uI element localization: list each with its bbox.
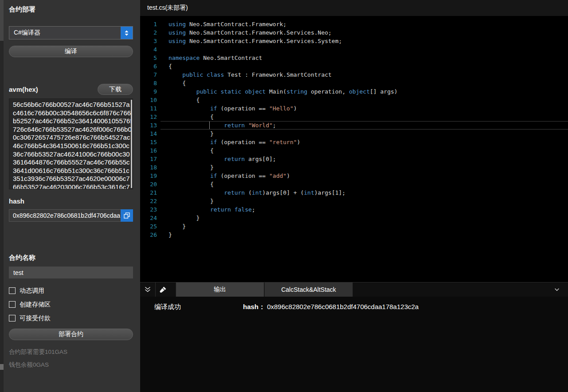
hash-input[interactable] <box>9 210 120 221</box>
line-number: 5 <box>140 54 157 62</box>
code-text: { <box>168 62 172 71</box>
checkbox-row[interactable]: 创建存储区 <box>9 298 133 311</box>
line-number: 19 <box>140 172 157 180</box>
code-line[interactable]: 22 } <box>140 197 568 205</box>
contract-name-input[interactable] <box>9 267 133 278</box>
checkbox[interactable] <box>9 301 16 308</box>
code-line[interactable]: 14 } <box>140 129 568 138</box>
editor-tabbar: test.cs(未部署) <box>140 0 568 16</box>
code-text: using Neo.SmartContract.Framework.Servic… <box>168 37 342 45</box>
code-text: } <box>168 163 214 172</box>
line-number: 9 <box>140 87 157 96</box>
sidebar-scrollbar-thumb[interactable] <box>0 0 4 41</box>
code-line[interactable]: 10 { <box>140 96 568 104</box>
contract-name-label: 合约名称 <box>9 254 133 262</box>
panel-tab[interactable]: CalcStack&AltStack <box>264 282 353 297</box>
download-button[interactable]: 下载 <box>98 84 133 95</box>
avm-row: avm(hex) 下载 <box>9 84 133 95</box>
code-text: return (int)args[0] + (int)args[1]; <box>168 188 345 197</box>
code-line[interactable]: 13 return "World"; <box>140 121 568 129</box>
code-editor[interactable]: 1using Neo.SmartContract.Framework;2usin… <box>140 16 568 282</box>
avm-hex-line: 351c3936c766b53527ac4620e00006c7 <box>13 175 128 183</box>
line-number: 10 <box>140 96 157 104</box>
dropdown-expand-icon[interactable] <box>121 27 133 39</box>
code-line[interactable]: 12 { <box>140 113 568 121</box>
panel-tabs: 输出CalcStack&AltStack <box>176 282 353 297</box>
line-number: 12 <box>140 113 157 121</box>
code-text: } <box>168 197 214 205</box>
sidebar: 合约部署 C#编译器 编译 avm(hex) 下载 56c56b6c766b00… <box>0 0 140 392</box>
code-text: return args[0]; <box>168 155 276 163</box>
code-line[interactable]: 23 return false; <box>140 205 568 214</box>
line-number: 6 <box>140 62 157 71</box>
code-line[interactable]: 3using Neo.SmartContract.Framework.Servi… <box>140 37 568 45</box>
avm-hex-content: 56c56b6c766b00527ac46c766b51527ac4616c76… <box>13 101 128 189</box>
line-number: 21 <box>140 188 157 197</box>
code-text: } <box>168 231 172 239</box>
compile-status: 编译成功 <box>154 303 181 311</box>
avm-hex-line: b52527ac46c766b52c36414006105576f <box>13 117 128 125</box>
line-number: 14 <box>140 129 157 138</box>
code-line[interactable]: 17 return args[0]; <box>140 155 568 163</box>
checkbox[interactable] <box>9 315 16 321</box>
code-text: } <box>168 214 200 222</box>
code-line[interactable]: 16 { <box>140 146 568 155</box>
code-line[interactable]: 4 <box>140 45 568 54</box>
code-text: public static object Main(string operati… <box>168 87 398 96</box>
code-line[interactable]: 7 public class Test : Framework.SmartCon… <box>140 71 568 79</box>
copy-icon <box>124 212 130 219</box>
code-text: } <box>168 222 186 231</box>
compiler-select[interactable]: C#编译器 <box>9 26 133 39</box>
code-text: if (operation == "Hello") <box>168 104 297 113</box>
code-line[interactable]: 6{ <box>140 62 568 71</box>
overflow-chevron-icon[interactable] <box>549 282 564 297</box>
code-line[interactable]: 11 if (operation == "Hello") <box>140 104 568 113</box>
line-number: 22 <box>140 197 157 205</box>
avm-hex-scrollbar[interactable] <box>131 100 132 188</box>
sidebar-edge-marker <box>0 364 4 370</box>
avm-hex-line: 46c766b54c3641500616c766b51c300c <box>13 142 128 150</box>
code-line[interactable]: 26} <box>140 231 568 239</box>
checkbox[interactable] <box>9 287 16 294</box>
line-number: 11 <box>140 104 157 113</box>
code-line[interactable]: 9 public static object Main(string opera… <box>140 87 568 96</box>
line-number: 3 <box>140 37 157 45</box>
hash-label: hash <box>9 197 133 205</box>
code-line[interactable]: 8 { <box>140 79 568 87</box>
code-line[interactable]: 21 return (int)args[0] + (int)args[1]; <box>140 188 568 197</box>
deploy-button[interactable]: 部署合约 <box>9 329 133 340</box>
code-text: { <box>168 96 200 104</box>
panel-tab[interactable]: 输出 <box>176 282 264 297</box>
checkbox-label: 可接受付款 <box>20 314 51 322</box>
code-line[interactable]: 15 if (operation == "return") <box>140 138 568 146</box>
copy-hash-button[interactable] <box>121 209 133 222</box>
code-line[interactable]: 19 if (operation == "add") <box>140 172 568 180</box>
code-text: public class Test : Framework.SmartContr… <box>168 71 332 79</box>
line-number: 16 <box>140 146 157 155</box>
collapse-panel-icon[interactable] <box>140 282 155 297</box>
code-line[interactable]: 24 } <box>140 214 568 222</box>
clear-output-icon[interactable] <box>155 282 170 297</box>
line-number: 25 <box>140 222 157 231</box>
code-text: { <box>168 146 214 155</box>
compile-button[interactable]: 编译 <box>9 46 133 57</box>
code-line[interactable]: 5namespace Neo.SmartContract <box>140 54 568 62</box>
bottom-panel: 输出CalcStack&AltStack 编译成功 hash： 0x896c82… <box>140 282 568 392</box>
line-number: 15 <box>140 138 157 146</box>
checkbox-row[interactable]: 动态调用 <box>9 284 133 298</box>
sidebar-scrollbar[interactable] <box>0 0 4 392</box>
code-text: if (operation == "add") <box>168 172 290 180</box>
code-line[interactable]: 1using Neo.SmartContract.Framework; <box>140 20 568 28</box>
code-lines: 1using Neo.SmartContract.Framework;2usin… <box>140 20 568 239</box>
avm-hex-line: 56c56b6c766b00527ac46c766b51527a <box>13 101 128 109</box>
line-number: 1 <box>140 20 157 28</box>
code-line[interactable]: 2using Neo.SmartContract.Framework.Servi… <box>140 28 568 37</box>
editor-tab[interactable]: test.cs(未部署) <box>147 4 188 12</box>
output-hash-line: hash： 0x896c82802e786c0681b2df4706cdaa17… <box>243 303 419 311</box>
code-line[interactable]: 18 } <box>140 163 568 172</box>
code-line[interactable]: 20 { <box>140 180 568 188</box>
code-line[interactable]: 25 } <box>140 222 568 231</box>
checkbox-row[interactable]: 可接受付款 <box>9 311 133 325</box>
avm-hex-textarea[interactable]: 56c56b6c766b00527ac46c766b51527ac4616c76… <box>9 98 133 189</box>
line-number: 26 <box>140 231 157 239</box>
